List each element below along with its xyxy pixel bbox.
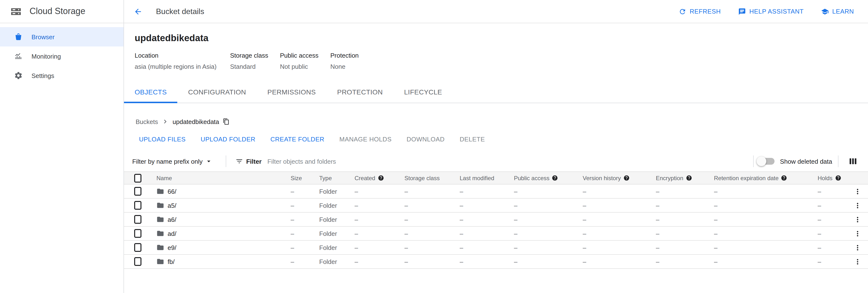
column-header-size: Size [290,174,319,182]
cell-retention_expiration_date: – [714,188,817,195]
learn-button[interactable]: LEARN [821,7,854,15]
object-name-link[interactable]: e9/ [167,244,176,251]
meta-label: Storage class [230,51,280,60]
cell-public_access: – [514,244,583,251]
cell-name: ad/ [145,230,290,237]
show-deleted-toggle[interactable] [758,158,775,165]
topbar-actions: REFRESHHELP ASSISTANTLEARN [679,7,854,15]
object-name-link[interactable]: 66/ [167,188,176,195]
tab-permissions[interactable]: PERMISSIONS [257,82,327,103]
kebab-menu-icon[interactable] [854,229,862,237]
row-checkbox[interactable] [134,257,142,266]
meta-label: Location [135,51,230,60]
row-checkbox[interactable] [134,201,142,210]
help-icon[interactable] [623,175,629,181]
app-title: Cloud Storage [30,6,85,17]
filter-input[interactable] [268,158,753,165]
row-checkbox[interactable] [134,229,142,238]
tab-protection[interactable]: PROTECTION [327,82,394,103]
help-icon[interactable] [835,175,841,181]
object-name-link[interactable]: fb/ [167,258,175,265]
meta-value: Not public [280,63,330,71]
column-header-retention_expiration_date: Retention expiration date [714,174,817,182]
kebab-menu-icon[interactable] [854,201,862,209]
columns-icon[interactable] [848,157,857,166]
row-checkbox-cell [124,187,145,196]
help-icon[interactable] [686,175,692,181]
kebab-menu-icon[interactable] [854,187,862,195]
select-all-checkbox[interactable] [134,174,142,182]
help-icon[interactable] [378,175,384,181]
filter-icon [236,157,243,165]
refresh-icon [679,7,686,15]
upload-files-button[interactable]: UPLOAD FILES [139,135,186,142]
main-content: updatedbikedata Locationasia (multiple r… [124,23,868,293]
cell-retention_expiration_date: – [714,230,817,237]
sidebar-item-browser[interactable]: Browser [0,27,124,46]
kebab-menu-icon[interactable] [854,215,862,224]
filter-bar: Filter by name prefix only Filter Show d… [124,153,868,169]
cell-holds: – [817,258,850,265]
cell-size: – [290,230,319,237]
object-name-link[interactable]: ad/ [167,230,176,237]
cell-size: – [290,188,319,195]
object-name-link[interactable]: a5/ [167,202,176,209]
cell-type: Folder [319,230,354,237]
sidebar: BrowserMonitoringSettings [0,23,124,293]
cell-public_access: – [514,216,583,223]
breadcrumb-buckets-link[interactable]: Buckets [135,118,158,125]
cell-retention_expiration_date: – [714,216,817,223]
cell-created: – [354,216,404,223]
table-row: fb/–Folder–––––––– [124,255,868,269]
refresh-button[interactable]: REFRESH [679,7,721,15]
help-icon[interactable] [552,175,558,181]
manage-holds-button[interactable]: MANAGE HOLDS [339,135,392,142]
column-label: Size [290,174,302,182]
object-name-link[interactable]: a6/ [167,216,176,223]
cell-storage_class: – [404,258,460,265]
tab-objects[interactable]: OBJECTS [124,82,178,103]
copy-icon[interactable] [223,118,230,125]
chat-icon [738,7,746,15]
cell-last_modified: – [460,202,514,209]
tab-lifecycle[interactable]: LIFECYCLE [394,82,453,103]
create-folder-button[interactable]: CREATE FOLDER [271,135,324,142]
breadcrumb: Buckets updatedbikedata [124,117,868,126]
help-icon[interactable] [781,175,787,181]
column-header-storage_class: Storage class [404,174,460,182]
header-checkbox-cell [124,174,145,182]
row-checkbox[interactable] [134,243,142,252]
cell-public_access: – [514,188,583,195]
row-checkbox[interactable] [134,187,142,196]
top-bar: Cloud Storage Bucket details REFRESHHELP… [0,0,868,23]
sidebar-item-settings[interactable]: Settings [0,66,124,85]
filter-scope-dropdown[interactable]: Filter by name prefix only [132,157,213,165]
row-checkbox-cell [124,243,145,252]
row-checkbox[interactable] [134,215,142,224]
gear-icon [14,71,23,80]
sidebar-item-label: Monitoring [31,53,61,60]
column-header-type: Type [319,174,354,182]
cell-retention_expiration_date: – [714,258,817,265]
cell-created: – [354,258,404,265]
cell-type: Folder [319,258,354,265]
sidebar-item-monitoring[interactable]: Monitoring [0,46,124,66]
tab-configuration[interactable]: CONFIGURATION [178,82,257,103]
back-arrow-icon[interactable] [134,7,143,16]
help-assistant-button[interactable]: HELP ASSISTANT [738,7,804,15]
cell-type: Folder [319,202,354,209]
download-button[interactable]: DOWNLOAD [407,135,445,142]
folder-icon [156,201,164,209]
table-row: e9/–Folder–––––––– [124,241,868,255]
kebab-menu-icon[interactable] [854,257,862,266]
cell-holds: – [817,202,850,209]
filter-label: Filter [246,158,261,165]
chevron-right-icon [161,118,169,125]
column-label: Retention expiration date [714,174,779,182]
delete-button[interactable]: DELETE [460,135,485,142]
bucket-meta-col: Public accessNot public [280,51,330,71]
cell-last_modified: – [460,188,514,195]
row-menu-cell [850,187,868,195]
upload-folder-button[interactable]: UPLOAD FOLDER [200,135,255,142]
kebab-menu-icon[interactable] [854,243,862,252]
